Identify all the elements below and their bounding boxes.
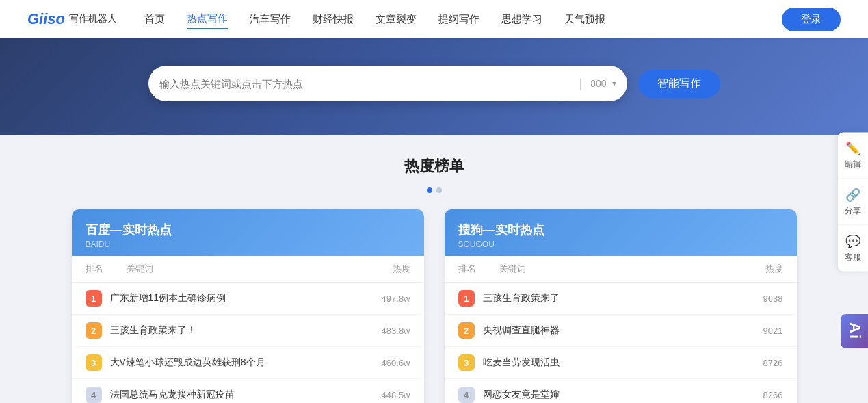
keyword-text: 三孩生育政策来了！	[110, 324, 356, 337]
rank-badge: 3	[86, 354, 102, 371]
heat-value: 9021	[728, 326, 783, 336]
keyword-text: 吃麦当劳发现活虫	[483, 356, 728, 369]
dot-2[interactable]	[436, 187, 442, 193]
baidu-col-heat: 热度	[356, 263, 410, 275]
section-title: 热度榜单	[72, 156, 797, 177]
table-row[interactable]: 4 网恋女友竟是堂婶 8266	[445, 379, 797, 403]
baidu-col-rank: 排名	[86, 263, 127, 275]
nav-item-思想学习[interactable]: 思想学习	[501, 10, 542, 29]
baidu-col-headers: 排名 关键词 热度	[72, 256, 424, 283]
search-bar: | 800 ▾	[148, 66, 627, 101]
smart-write-button[interactable]: 智能写作	[638, 70, 720, 98]
keyword-text: 广东新增11例本土确诊病例	[110, 292, 356, 304]
heat-value: 460.6w	[356, 358, 410, 368]
sougou-table-sub: SOUGOU	[458, 239, 783, 249]
sougou-table: 搜狗—实时热点 SOUGOU 排名 关键词 热度 1 三孩生育政策来了 9638…	[445, 209, 797, 403]
heat-value: 8266	[728, 390, 783, 400]
table-row[interactable]: 2 央视调查直腿神器 9021	[445, 315, 797, 347]
table-row[interactable]: 1 三孩生育政策来了 9638	[445, 283, 797, 315]
rank-badge: 4	[86, 387, 102, 403]
float-edit[interactable]: ✏️ 编辑	[838, 132, 868, 179]
table-row[interactable]: 3 大V辣笔小球还毁成边英雄获刑8个月 460.6w	[72, 347, 424, 379]
nav: 首页热点写作汽车写作财经快报文章裂变提纲写作思想学习天气预报	[144, 10, 782, 29]
heat-value: 8726	[728, 358, 783, 368]
rank-badge: 3	[458, 354, 475, 371]
nav-item-汽车写作[interactable]: 汽车写作	[250, 10, 291, 29]
heat-value: 448.5w	[356, 390, 410, 400]
logo: Giiso 写作机器人	[27, 10, 117, 28]
baidu-table: 百度—实时热点 BAIDU 排名 关键词 热度 1 广东新增11例本土确诊病例 …	[72, 209, 424, 403]
table-row[interactable]: 3 吃麦当劳发现活虫 8726	[445, 347, 797, 379]
sougou-table-header: 搜狗—实时热点 SOUGOU	[445, 209, 797, 256]
edit-icon: ✏️	[845, 140, 860, 155]
nav-item-首页[interactable]: 首页	[144, 10, 165, 29]
keyword-text: 网恋女友竟是堂婶	[483, 389, 728, 401]
float-service[interactable]: 💬 客服	[838, 225, 868, 271]
hero-section: | 800 ▾ 智能写作	[0, 38, 868, 135]
share-icon: 🔗	[845, 187, 860, 202]
sougou-col-keyword: 关键词	[499, 263, 728, 275]
rank-badge: 1	[458, 290, 475, 307]
keyword-text: 三孩生育政策来了	[483, 292, 728, 304]
main-content: 热度榜单 百度—实时热点 BAIDU 排名 关键词 热度 1 广东新增11例本土…	[58, 135, 811, 403]
word-count-arrow-icon: ▾	[612, 79, 616, 88]
word-count: 800	[590, 78, 606, 89]
float-share-label: 分享	[845, 205, 861, 216]
logo-brand: Giiso	[27, 10, 65, 28]
nav-item-天气预报[interactable]: 天气预报	[564, 10, 605, 29]
rank-badge: 2	[458, 322, 475, 339]
keyword-text: 大V辣笔小球还毁成边英雄获刑8个月	[110, 356, 356, 369]
table-row[interactable]: 1 广东新增11例本土确诊病例 497.8w	[72, 283, 424, 315]
keyword-text: 法国总统马克龙接种新冠疫苗	[110, 389, 356, 401]
header: Giiso 写作机器人 首页热点写作汽车写作财经快报文章裂变提纲写作思想学习天气…	[0, 0, 868, 38]
heat-value: 497.8w	[356, 294, 410, 304]
dot-1[interactable]	[427, 187, 432, 193]
float-edit-label: 编辑	[845, 158, 861, 170]
baidu-table-body: 1 广东新增11例本土确诊病例 497.8w 2 三孩生育政策来了！ 483.8…	[72, 283, 424, 403]
rank-badge: 1	[86, 290, 102, 307]
float-share[interactable]: 🔗 分享	[838, 179, 868, 225]
baidu-col-keyword: 关键词	[127, 263, 356, 275]
baidu-table-sub: BAIDU	[86, 239, 410, 249]
nav-item-提纲写作[interactable]: 提纲写作	[438, 10, 479, 29]
service-icon: 💬	[845, 233, 860, 248]
nav-item-文章裂变[interactable]: 文章裂变	[376, 10, 417, 29]
baidu-table-title: 百度—实时热点	[86, 222, 410, 238]
login-button[interactable]: 登录	[782, 8, 841, 31]
keyword-text: 央视调查直腿神器	[483, 324, 728, 337]
heat-value: 9638	[728, 294, 783, 304]
search-divider: |	[579, 77, 582, 91]
sougou-table-body: 1 三孩生育政策来了 9638 2 央视调查直腿神器 9021 3 吃麦当劳发现…	[445, 283, 797, 403]
rank-badge: 2	[86, 322, 102, 339]
heat-value: 483.8w	[356, 326, 410, 336]
sougou-col-rank: 排名	[458, 263, 499, 275]
tables-row: 百度—实时热点 BAIDU 排名 关键词 热度 1 广东新增11例本土确诊病例 …	[72, 209, 797, 403]
sougou-table-title: 搜狗—实时热点	[458, 222, 783, 238]
sougou-col-headers: 排名 关键词 热度	[445, 256, 797, 283]
search-input[interactable]	[159, 78, 571, 90]
nav-item-热点写作[interactable]: 热点写作	[187, 10, 228, 29]
logo-tagline: 写作机器人	[69, 13, 117, 25]
baidu-table-header: 百度—实时热点 BAIDU	[72, 209, 424, 256]
sougou-col-heat: 热度	[728, 263, 783, 275]
rank-badge: 4	[458, 387, 475, 403]
float-service-label: 客服	[845, 251, 861, 263]
pagination-dots	[72, 187, 797, 193]
nav-item-财经快报[interactable]: 财经快报	[313, 10, 354, 29]
right-float-panel: ✏️ 编辑 🔗 分享 💬 客服	[838, 132, 868, 271]
table-row[interactable]: 4 法国总统马克龙接种新冠疫苗 448.5w	[72, 379, 424, 403]
table-row[interactable]: 2 三孩生育政策来了！ 483.8w	[72, 315, 424, 347]
ai-badge[interactable]: Ai	[841, 314, 868, 348]
